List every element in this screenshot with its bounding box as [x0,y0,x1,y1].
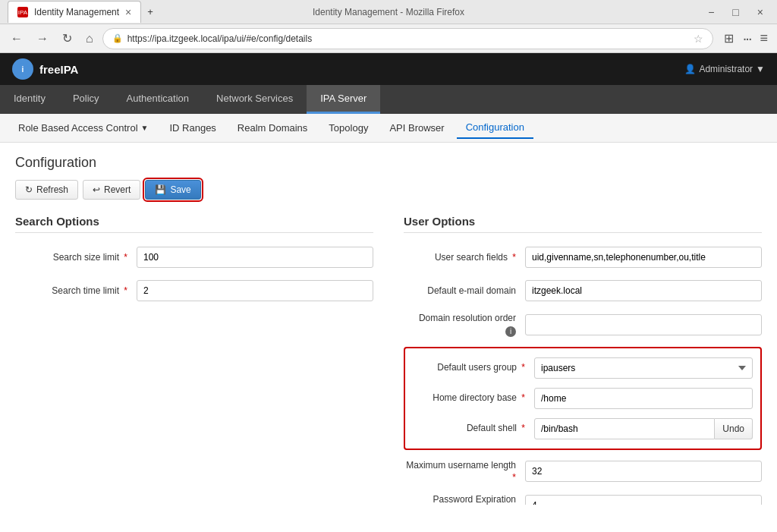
subnav-item-topology[interactable]: Topology [319,118,377,138]
app-logo: i freeIPA [12,58,78,80]
app-nav: Identity Policy Authentication Network S… [0,85,777,114]
refresh-button[interactable]: ↻ [58,28,77,49]
user-search-fields-label: User search fields * [404,251,525,264]
revert-icon: ↩ [93,184,100,195]
domain-resolution-input[interactable] [525,314,762,335]
nav-item-ipa-server[interactable]: IPA Server [307,85,380,114]
logo-icon: i [12,58,33,80]
search-time-limit-input[interactable] [137,280,373,301]
search-time-limit-label: Search time limit * [15,285,137,297]
logo-text: freeIPA [39,63,78,76]
revert-button[interactable]: ↩ Revert [83,180,140,200]
max-username-length-label: Maximum username length * [404,459,525,485]
address-bar[interactable]: 🔒 https://ipa.itzgeek.local/ipa/ui/#e/co… [102,28,713,49]
user-dropdown-icon: ▼ [756,64,765,74]
default-shell-label: Default shell * [413,422,534,435]
max-username-length-row: Maximum username length * [404,459,762,485]
tab-favicon: IPA [17,7,28,17]
nav-item-identity[interactable]: Identity [0,85,59,114]
window-controls: − □ × [702,5,769,20]
new-tab-button[interactable]: + [147,6,153,17]
subnav-item-realm-domains[interactable]: Realm Domains [228,118,316,138]
user-search-fields-row: User search fields * [404,245,762,269]
browser-action-buttons: ⊞ ··· ≡ [721,27,771,50]
user-menu[interactable]: 👤 Administrator ▼ [684,64,765,74]
user-options-title: User Options [404,215,762,233]
search-size-limit-row: Search size limit * [15,245,373,269]
password-expiration-label: Password Expiration Notification (days) … [404,494,525,505]
subnav-item-id-ranges[interactable]: ID Ranges [160,118,225,138]
user-options-col: User Options User search fields * Defaul… [404,215,762,505]
password-expiration-input[interactable] [525,495,762,505]
nav-item-authentication[interactable]: Authentication [113,85,203,114]
dots-menu-button[interactable]: ··· [740,27,754,50]
back-button[interactable]: ← [6,29,27,49]
home-directory-base-label: Home directory base * [413,392,534,405]
nav-item-policy[interactable]: Policy [59,85,113,114]
email-domain-row: Default e-mail domain [404,279,762,303]
default-users-group-select[interactable]: ipausers [534,357,753,379]
extensions-button[interactable]: ⊞ [721,27,737,50]
default-shell-undo-button[interactable]: Undo [715,418,753,439]
page-title: Configuration [15,155,762,171]
email-domain-input[interactable] [525,280,762,301]
url-text: https://ipa.itzgeek.local/ipa/ui/#e/conf… [127,33,689,44]
search-options-col: Search Options Search size limit * Searc… [15,215,373,505]
main-content: Configuration ↻ Refresh ↩ Revert 💾 Save … [0,143,777,505]
refresh-icon: ↻ [25,184,33,195]
max-username-length-input[interactable] [525,461,762,482]
domain-resolution-label: Domain resolution order i [404,312,525,338]
username: Administrator [699,64,753,74]
rbac-dropdown-icon: ▼ [141,124,149,132]
sub-nav: Role Based Access Control ▼ ID Ranges Re… [0,114,777,143]
tab-label: Identity Management [34,7,119,17]
form-columns: Search Options Search size limit * Searc… [15,215,762,505]
default-users-group-label: Default users group * [413,361,534,374]
search-options-title: Search Options [15,215,373,233]
domain-resolution-info-icon[interactable]: i [505,326,516,337]
user-search-fields-input[interactable] [525,247,762,268]
minimize-button[interactable]: − [702,5,720,20]
subnav-item-rbac[interactable]: Role Based Access Control ▼ [9,118,157,138]
lock-icon: 🔒 [112,33,123,43]
home-directory-base-row: Home directory base * [413,386,753,411]
subnav-item-api-browser[interactable]: API Browser [380,118,453,138]
browser-nav: ← → ↻ ⌂ 🔒 https://ipa.itzgeek.local/ipa/… [0,24,777,53]
save-icon: 💾 [155,184,166,195]
search-time-limit-row: Search time limit * [15,279,373,303]
svg-text:i: i [22,65,24,74]
default-shell-row: Default shell * Undo [413,417,753,441]
domain-resolution-row: Domain resolution order i [404,312,762,338]
subnav-item-configuration[interactable]: Configuration [457,117,533,139]
app-header: i freeIPA 👤 Administrator ▼ [0,53,777,85]
home-button[interactable]: ⌂ [81,29,98,49]
browser-titlebar: IPA Identity Management × + Identity Man… [0,0,777,24]
password-expiration-row: Password Expiration Notification (days) … [404,493,762,505]
search-size-limit-input[interactable] [137,247,373,268]
highlighted-fields-box: Default users group * ipausers Home dire… [404,347,762,450]
window-title: Identity Management - Mozilla Firefox [313,7,464,17]
user-icon: 👤 [684,64,696,74]
refresh-button[interactable]: ↻ Refresh [15,180,78,200]
tab-close-button[interactable]: × [125,6,131,18]
toolbar: ↻ Refresh ↩ Revert 💾 Save [15,180,762,200]
default-shell-input[interactable] [534,418,715,439]
save-button[interactable]: 💾 Save [145,180,200,200]
search-size-limit-label: Search size limit * [15,251,137,264]
default-users-group-row: Default users group * ipausers [413,356,753,380]
nav-item-network-services[interactable]: Network Services [203,85,307,114]
close-button[interactable]: × [751,5,769,20]
default-shell-field-group: Undo [534,418,753,439]
maximize-button[interactable]: □ [726,5,744,20]
email-domain-label: Default e-mail domain [404,285,525,297]
forward-button[interactable]: → [32,29,53,49]
hamburger-menu-button[interactable]: ≡ [757,27,771,50]
home-directory-base-input[interactable] [534,388,753,409]
browser-tab[interactable]: IPA Identity Management × [8,1,141,23]
bookmark-icon[interactable]: ☆ [694,33,703,45]
